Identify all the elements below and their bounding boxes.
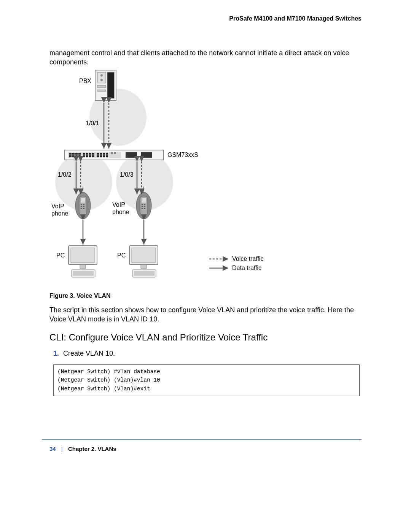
svg-rect-28 [83, 155, 85, 157]
legend-voice-label: Voice traffic [232, 256, 263, 262]
svg-rect-35 [106, 155, 108, 157]
svg-rect-9 [97, 90, 106, 91]
svg-rect-5 [107, 72, 114, 98]
svg-rect-27 [78, 155, 81, 157]
svg-rect-43 [81, 204, 82, 205]
svg-point-36 [111, 152, 113, 154]
svg-rect-21 [100, 153, 102, 155]
pc-icon-1 [68, 246, 97, 277]
chapter-label: Chapter 2. VLANs [68, 446, 116, 452]
svg-point-37 [114, 152, 116, 154]
step-text: Create VLAN 10. [63, 350, 115, 357]
svg-rect-4 [97, 72, 106, 83]
svg-rect-44 [83, 204, 84, 205]
switch-icon [65, 150, 164, 160]
port-3-label: 1/0/3 [120, 171, 134, 178]
intro-paragraph: management control and that clients atta… [49, 48, 362, 67]
step-number: 1. [53, 350, 59, 357]
svg-point-7 [100, 79, 103, 81]
svg-rect-14 [75, 153, 78, 155]
svg-rect-20 [97, 153, 99, 155]
svg-rect-52 [142, 198, 146, 203]
svg-rect-18 [89, 153, 91, 155]
code-block: (Netgear Switch) #vlan database (Netgear… [53, 364, 360, 396]
port-2-label: 1/0/2 [58, 171, 72, 178]
svg-rect-12 [69, 153, 72, 155]
pc-label-1: PC [56, 252, 65, 259]
legend-data-label: Data traffic [232, 265, 261, 272]
footer-rule [42, 439, 362, 440]
svg-rect-30 [89, 155, 91, 157]
svg-rect-56 [144, 206, 145, 207]
svg-rect-16 [83, 153, 85, 155]
svg-point-6 [100, 74, 103, 77]
svg-rect-45 [81, 206, 82, 207]
switch-label: GSM73xxS [167, 152, 198, 158]
voip-label-2: VoIP phone [112, 201, 131, 216]
port-1-label: 1/0/1 [86, 120, 99, 127]
step-1: 1. Create VLAN 10. [53, 350, 115, 358]
page-header: ProSafe M4100 and M7100 Managed Switches [229, 15, 362, 22]
svg-rect-58 [144, 208, 145, 209]
svg-rect-54 [144, 204, 145, 205]
svg-rect-53 [142, 204, 143, 205]
svg-rect-34 [103, 155, 105, 157]
svg-rect-66 [132, 248, 156, 262]
svg-rect-64 [73, 271, 94, 276]
page-number: 34 [49, 446, 56, 452]
svg-rect-13 [72, 153, 75, 155]
page-footer: 34 | Chapter 2. VLANs [49, 446, 116, 452]
section-heading: CLI: Configure Voice VLAN and Prioritize… [49, 332, 268, 343]
svg-rect-33 [100, 155, 102, 157]
svg-rect-47 [81, 208, 82, 209]
svg-rect-26 [75, 155, 78, 157]
svg-rect-31 [92, 155, 94, 157]
svg-rect-23 [106, 153, 108, 155]
svg-rect-22 [103, 153, 105, 155]
svg-rect-15 [78, 153, 81, 155]
svg-rect-39 [141, 152, 152, 158]
voice-vlan-diagram: PBX 1/0/1 GSM73xxS 1/0/2 1/0/3 VoIP phon… [49, 69, 301, 289]
svg-rect-61 [71, 248, 95, 262]
svg-rect-69 [134, 271, 155, 276]
svg-rect-25 [72, 155, 75, 157]
pbx-icon [95, 70, 116, 101]
svg-rect-8 [97, 85, 106, 88]
pbx-label: PBX [79, 78, 91, 85]
svg-rect-42 [81, 198, 85, 203]
svg-rect-17 [86, 153, 88, 155]
svg-rect-19 [92, 153, 94, 155]
svg-rect-32 [97, 155, 99, 157]
svg-rect-24 [69, 155, 72, 157]
pc-label-2: PC [117, 252, 126, 259]
svg-rect-67 [141, 265, 147, 268]
svg-rect-55 [142, 206, 143, 207]
pc-icon-2 [129, 246, 158, 277]
svg-rect-46 [83, 206, 84, 207]
footer-separator: | [61, 446, 63, 452]
svg-rect-62 [80, 265, 86, 268]
svg-rect-57 [142, 208, 143, 209]
after-figure-paragraph: The script in this section shows how to … [49, 305, 362, 324]
voip-label-1: VoIP phone [51, 203, 70, 217]
svg-rect-48 [83, 208, 84, 209]
svg-rect-38 [126, 152, 137, 158]
svg-rect-29 [86, 155, 88, 157]
figure-caption: Figure 3. Voice VLAN [49, 292, 111, 299]
